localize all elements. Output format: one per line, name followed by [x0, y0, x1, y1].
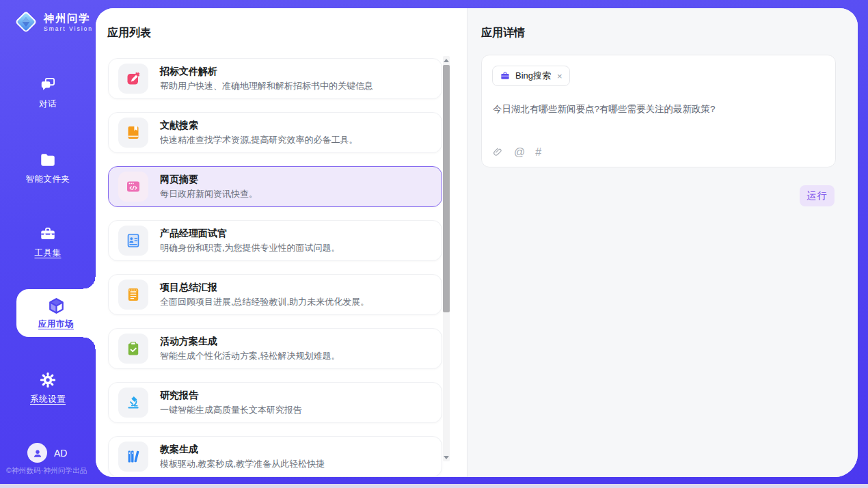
app-detail-title: 应用详情 [481, 26, 525, 40]
app-description: 明确身份和职责,为您提供专业性的面试问题。 [160, 242, 340, 254]
app-description: 一键智能生成高质量长文本研究报告 [160, 404, 302, 416]
app-list-panel: 应用列表 招标文件解析 帮助用户快速、准确地理解和解析招标书中的关键信息 文献搜… [96, 8, 467, 477]
scrollbar-thumb[interactable] [443, 65, 450, 312]
prompt-composer: Bing搜索 × 今日湖北有哪些新闻要点?有哪些需要关注的最新政策? @ # [481, 55, 836, 167]
prompt-input[interactable]: 今日湖北有哪些新闻要点?有哪些需要关注的最新政策? [493, 103, 824, 116]
app-list-item[interactable]: 文献搜索 快速精准查找学术资源,提高研究效率的必备工具。 [108, 112, 442, 153]
folder-icon [39, 151, 57, 169]
briefcase-icon [500, 70, 511, 81]
app-title: 项目总结汇报 [160, 282, 369, 294]
app-list-item[interactable]: 教案生成 模板驱动,教案秒成,教学准备从此轻松快捷 [108, 436, 442, 477]
window-bottom-edge [0, 484, 868, 488]
edit-square-icon [125, 70, 141, 87]
sidebar-item-label: 智能文件夹 [26, 174, 70, 185]
app-title: 研究报告 [160, 390, 302, 402]
person-icon [31, 447, 44, 459]
toolbox-icon [39, 225, 57, 243]
sidebar-item-label: 系统设置 [30, 394, 66, 405]
app-detail-panel: 应用详情 Bing搜索 × 今日湖北有哪些新闻要点?有哪些需要关注的最新政策? [467, 8, 858, 477]
app-title: 产品经理面试官 [160, 228, 340, 240]
brand-subtitle: Smart Vision [44, 25, 93, 32]
chat-icon [39, 76, 57, 94]
app-title: 网页摘要 [160, 174, 258, 186]
microscope-icon [125, 394, 141, 411]
scroll-up-icon[interactable] [443, 56, 450, 64]
app-list-title: 应用列表 [107, 26, 151, 40]
clipboard-check-icon [125, 340, 141, 357]
run-button[interactable]: 运行 [800, 185, 835, 206]
brand-name: 神州问学 [44, 12, 93, 24]
app-description: 智能生成个性化活动方案,轻松解决规划难题。 [160, 350, 340, 362]
app-list-item[interactable]: 招标文件解析 帮助用户快速、准确地理解和解析招标书中的关键信息 [108, 58, 442, 99]
scroll-down-icon[interactable] [443, 453, 450, 461]
app-description: 模板驱动,教案秒成,教学准备从此轻松快捷 [160, 458, 325, 470]
app-title: 文献搜索 [160, 120, 358, 132]
app-list-item[interactable]: 活动方案生成 智能生成个性化活动方案,轻松解决规划难题。 [108, 328, 442, 369]
sidebar-item-toolset[interactable]: 工具集 [0, 225, 96, 259]
avatar [27, 443, 47, 463]
gear-icon [39, 371, 57, 389]
at-icon[interactable]: @ [514, 147, 525, 158]
sidebar-item-label: 对话 [39, 98, 57, 110]
sidebar-item-label: 工具集 [35, 247, 62, 259]
cube-icon [47, 297, 66, 315]
sidebar-item-chat[interactable]: 对话 [0, 76, 96, 110]
sidebar-item-settings[interactable]: 系统设置 [0, 371, 96, 405]
sidebar-item-label: 应用市场 [38, 318, 74, 330]
tool-tag-bing-search[interactable]: Bing搜索 × [492, 66, 570, 86]
hash-icon[interactable]: # [535, 147, 541, 158]
book-icon [125, 124, 141, 141]
app-title: 招标文件解析 [160, 66, 373, 78]
app-description: 全面回顾项目进展,总结经验教训,助力未来优化发展。 [160, 296, 369, 308]
brand-logo: 神州问学 Smart Vision [14, 10, 93, 34]
app-window: 神州问学 Smart Vision 对话 智能文件夹 [0, 0, 868, 488]
app-description: 快速精准查找学术资源,提高研究效率的必备工具。 [160, 134, 358, 146]
app-title: 教案生成 [160, 444, 325, 456]
note-icon [125, 286, 141, 303]
close-icon[interactable]: × [557, 72, 562, 81]
content-area: 应用列表 招标文件解析 帮助用户快速、准确地理解和解析招标书中的关键信息 文献搜… [96, 8, 858, 477]
interview-doc-icon [125, 232, 141, 249]
app-description: 帮助用户快速、准确地理解和解析招标书中的关键信息 [160, 80, 373, 92]
sidebar-item-smart-folders[interactable]: 智能文件夹 [0, 151, 96, 185]
user-badge[interactable]: AD [27, 443, 67, 463]
tool-tag-label: Bing搜索 [515, 70, 551, 82]
app-list-item[interactable]: 产品经理面试官 明确身份和职责,为您提供专业性的面试问题。 [108, 220, 442, 261]
composer-toolbar: @ # [492, 146, 541, 158]
browser-code-icon [125, 178, 141, 195]
app-title: 活动方案生成 [160, 336, 340, 348]
books-icon [125, 448, 141, 465]
app-list-item[interactable]: 项目总结汇报 全面回顾项目进展,总结经验教训,助力未来优化发展。 [108, 274, 442, 315]
user-name: AD [54, 448, 67, 459]
app-card-list: 招标文件解析 帮助用户快速、准确地理解和解析招标书中的关键信息 文献搜索 快速精… [108, 58, 442, 477]
sidebar-item-app-market[interactable]: 应用市场 [16, 289, 96, 337]
list-scrollbar[interactable] [443, 56, 450, 461]
paperclip-icon[interactable] [492, 146, 504, 158]
diamond-logo-icon [14, 10, 38, 34]
app-description: 每日政府新闻资讯快查。 [160, 188, 258, 200]
app-list-item[interactable]: 研究报告 一键智能生成高质量长文本研究报告 [108, 382, 442, 423]
sidebar-footer-credit: ©神州数码·神州问学出品 [6, 466, 96, 476]
app-list-item[interactable]: 网页摘要 每日政府新闻资讯快查。 [108, 166, 442, 207]
